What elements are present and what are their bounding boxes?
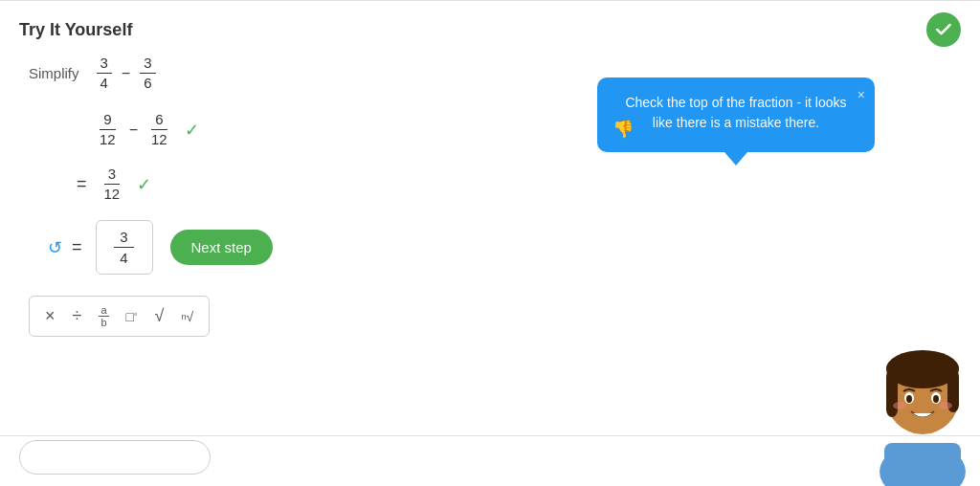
svg-point-13 — [939, 402, 952, 409]
simplify-label: Simplify — [29, 65, 79, 81]
nth-root-icon[interactable]: n√ — [182, 309, 194, 324]
answer-denominator[interactable]: 4 — [114, 248, 133, 266]
power-icon[interactable]: □° — [126, 309, 138, 324]
step1-frac2-den: 12 — [147, 130, 171, 148]
svg-point-12 — [893, 402, 906, 409]
multiply-icon[interactable]: × — [45, 306, 56, 326]
avatar-container — [856, 295, 980, 486]
next-step-button[interactable]: Next step — [170, 230, 273, 265]
refresh-icon[interactable]: ↺ — [48, 237, 62, 258]
answer-numerator[interactable]: 3 — [114, 229, 133, 248]
fraction-icon[interactable]: a b — [99, 304, 108, 328]
step1-check: ✓ — [185, 120, 199, 141]
svg-rect-1 — [884, 443, 961, 481]
bottom-action-button[interactable] — [19, 440, 211, 475]
problem-frac2-den: 6 — [140, 74, 155, 92]
page-title: Try It Yourself — [19, 20, 132, 40]
step1-frac1-num: 9 — [100, 111, 115, 130]
step2-frac: 3 12 — [100, 166, 124, 203]
tooltip-message: Check the top of the fraction - it looks… — [625, 95, 846, 130]
success-check-icon — [926, 12, 961, 47]
problem-frac1-num: 3 — [97, 55, 112, 74]
step1-frac1: 9 12 — [96, 111, 120, 148]
step1-operator: − — [129, 122, 138, 139]
step2-frac-num: 3 — [104, 166, 120, 185]
step2-row: = 3 12 ✓ — [19, 166, 961, 203]
step3-equals: = — [72, 237, 82, 257]
problem-frac1: 3 4 — [97, 55, 112, 92]
math-toolbar: × ÷ a b □° √ n√ — [29, 296, 210, 337]
svg-point-11 — [933, 395, 939, 403]
step2-check: ✓ — [137, 174, 151, 195]
step1-frac2-num: 6 — [151, 111, 167, 130]
divide-icon[interactable]: ÷ — [73, 306, 82, 326]
operator1: − — [122, 65, 130, 82]
step1-frac1-den: 12 — [96, 130, 120, 148]
hint-tooltip: × Check the top of the fraction - it loo… — [597, 77, 875, 152]
bottom-divider — [0, 435, 980, 436]
problem-frac1-den: 4 — [97, 74, 112, 92]
step1-frac2: 6 12 — [147, 111, 171, 148]
tooltip-close-button[interactable]: × — [858, 85, 865, 105]
page-container: Try It Yourself Simplify 3 4 − 3 6 9 — [0, 0, 980, 486]
step2-equals: = — [77, 174, 87, 194]
svg-point-10 — [906, 395, 912, 403]
svg-point-7 — [886, 354, 959, 381]
answer-input-box[interactable]: 3 4 — [96, 220, 153, 275]
avatar-illustration — [865, 295, 980, 486]
header: Try It Yourself — [0, 1, 980, 55]
thumbs-down-icon[interactable]: 👎 — [612, 117, 634, 143]
step3-row: ↺ = 3 4 Next step — [19, 220, 961, 275]
step2-frac-den: 12 — [100, 185, 124, 203]
sqrt-icon[interactable]: √ — [155, 306, 165, 326]
problem-frac2-num: 3 — [140, 55, 155, 74]
problem-frac2: 3 6 — [140, 55, 155, 92]
